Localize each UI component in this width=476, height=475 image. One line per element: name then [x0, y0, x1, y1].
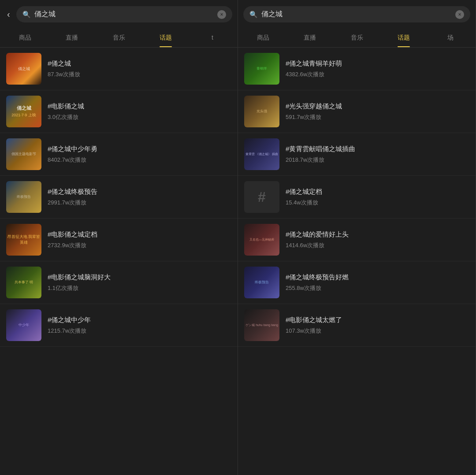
thumb-label: 共本事了 明 — [13, 278, 35, 286]
item-count: 591.7w次播放 — [286, 113, 469, 121]
thumbnail: 终极预告 — [244, 267, 279, 298]
list-item[interactable]: 倡国主题电影节 #俑之城中少年勇 8402.7w次播放 — [0, 133, 238, 176]
item-title: #黄霄雲献唱俑之城插曲 — [286, 145, 469, 153]
left-header: ‹ 🔍 俑之城 × — [0, 0, 238, 29]
left-tab-goods[interactable]: 商品 — [2, 29, 48, 47]
item-title: #电影俑之城太燃了 — [286, 315, 469, 324]
left-panel: ‹ 🔍 俑之城 × 商品 直播 音乐 话题 t 俑之城 #俑之城 87.3w次播… — [0, 0, 238, 475]
search-icon: 🔍 — [22, 11, 31, 19]
item-title: #俑之城定档 — [286, 187, 469, 196]
item-count: 2732.9w次播放 — [48, 241, 231, 249]
item-count: 255.8w次播放 — [286, 284, 469, 292]
thumbnail: 共本事了 明 — [6, 267, 41, 298]
right-tab-more[interactable]: 场 — [427, 29, 474, 47]
right-tab-goods[interactable]: 商品 — [240, 29, 286, 47]
left-tabs: 商品 直播 音乐 话题 t — [0, 29, 238, 48]
item-count: 2991.7w次播放 — [48, 199, 231, 207]
item-info: #电影俑之城太燃了 107.3w次播放 — [286, 315, 469, 335]
left-clear-button[interactable]: × — [217, 10, 226, 19]
left-tab-music[interactable]: 音乐 — [95, 29, 142, 47]
thumbnail: 俑之城 — [6, 53, 41, 85]
list-item[interactable]: 俑之城 #俑之城 87.3w次播放 — [0, 48, 238, 90]
list-item[interactable]: 共本事了 明 #电影俑之城脑洞好大 1.1亿次播放 — [0, 261, 238, 304]
left-search-text: 俑之城 — [34, 10, 214, 19]
thumbnail: 昂首征大地 我辈皆英雄 — [6, 224, 41, 256]
item-info: #俑之城中少年勇 8402.7w次播放 — [48, 145, 231, 164]
right-clear-button[interactable]: × — [455, 10, 464, 19]
item-count: 2018.7w次播放 — [286, 156, 469, 164]
thumbnail: # — [244, 181, 279, 213]
item-title: #俑之城青铜羊好萌 — [286, 59, 469, 68]
list-item[interactable]: 黄霄雲 《俑之城》 插曲 #黄霄雲献唱俑之城插曲 2018.7w次播放 — [238, 133, 476, 176]
left-search-bar[interactable]: 🔍 俑之城 × — [16, 6, 232, 22]
thumb-label: 终极预告 — [15, 193, 33, 201]
item-count: 1414.6w次播放 — [286, 241, 469, 249]
item-info: #俑之城定档 15.4w次播放 — [286, 187, 469, 207]
item-title: #电影俑之城脑洞好大 — [48, 273, 231, 282]
right-tabs: 商品 直播 音乐 话题 场 — [238, 29, 476, 48]
list-item[interactable]: # #俑之城定档 15.4w次播放 — [238, 176, 476, 219]
left-list: 俑之城 #俑之城 87.3w次播放 俑之城 2021·7·9 上映 #电影俑之城… — [0, 48, 238, 475]
right-tab-live[interactable]: 直播 — [286, 29, 333, 47]
thumb-label: 青铜羊 — [255, 65, 269, 73]
list-item[interactable]: 又名也—见神秘师 #俑之城的爱情好上头 1414.6w次播放 — [238, 219, 476, 261]
item-count: 107.3w次播放 — [286, 327, 469, 335]
item-title: #俑之城终极预告 — [48, 187, 231, 196]
thumb-label: 终极预告 — [253, 278, 271, 286]
item-title: #俑之城 — [48, 59, 231, 68]
right-tab-topic[interactable]: 话题 — [380, 29, 427, 47]
thumb-label: 俑之城 — [16, 65, 32, 73]
left-tab-topic[interactable]: 话题 — [142, 29, 189, 47]
thumbnail: 俑之城 2021·7·9 上映 — [6, 96, 41, 127]
thumbnail: 黄霄雲 《俑之城》 插曲 — [244, 138, 279, 170]
item-title: #电影俑之城 — [48, 102, 231, 111]
list-item[interactable]: 中少年 #俑之城中少年 1215.7w次播放 — [0, 304, 238, 347]
item-count: 1.1亿次播放 — [48, 284, 231, 292]
thumbnail: 青铜羊 — [244, 53, 279, 85]
right-search-bar[interactable]: 🔍 俑之城 × — [243, 6, 470, 22]
left-tab-more[interactable]: t — [189, 29, 236, 47]
item-title: #俑之城的爱情好上头 — [286, 230, 469, 239]
list-item[interactable]: 终极预告 #俑之城终极预告好燃 255.8w次播放 — [238, 261, 476, 304]
left-tab-live[interactable]: 直播 — [48, 29, 95, 47]
item-info: #俑之城终极预告好燃 255.8w次播放 — [286, 273, 469, 292]
back-button[interactable]: ‹ — [5, 7, 12, 21]
search-icon-right: 🔍 — [249, 11, 258, 19]
item-count: 1215.7w次播放 — [48, 327, 231, 335]
item-count: 87.3w次播放 — [48, 71, 231, 78]
right-tab-music[interactable]: 音乐 — [333, 29, 380, 47]
thumbnail: 终极预告 — [6, 181, 41, 213]
item-info: #电影俑之城定档 2732.9w次播放 — [48, 230, 231, 249]
item-info: #黄霄雲献唱俑之城插曲 2018.7w次播放 — [286, 145, 469, 164]
item-info: #电影俑之城脑洞好大 1.1亿次播放 — [48, 273, 231, 292]
item-count: 4382.6w次播放 — [286, 71, 469, 78]
list-item[interactable]: 光头强 #光头强穿越俑之城 591.7w次播放 — [238, 90, 476, 133]
item-title: #电影俑之城定档 — [48, 230, 231, 239]
list-item[interactable]: 俑之城 2021·7·9 上映 #电影俑之城 3.0亿次播放 — [0, 90, 238, 133]
item-info: #电影俑之城 3.0亿次播放 — [48, 102, 231, 121]
right-search-text: 俑之城 — [261, 10, 452, 19]
thumbnail: 又名也—见神秘师 — [244, 224, 279, 256]
thumbnail: 光头强 — [244, 96, 279, 127]
thumbnail: 中少年 — [6, 309, 41, 341]
thumbnail: ゲン城 huhu bang bang — [244, 309, 279, 341]
item-info: #俑之城青铜羊好萌 4382.6w次播放 — [286, 59, 469, 78]
item-info: #俑之城中少年 1215.7w次播放 — [48, 315, 231, 335]
thumb-label: 倡国主题电影节 — [10, 150, 38, 158]
item-title: #俑之城终极预告好燃 — [286, 273, 469, 282]
thumbnail: 倡国主题电影节 — [6, 138, 41, 170]
item-count: 8402.7w次播放 — [48, 156, 231, 164]
item-count: 3.0亿次播放 — [48, 113, 231, 121]
list-item[interactable]: 昂首征大地 我辈皆英雄 #电影俑之城定档 2732.9w次播放 — [0, 219, 238, 261]
right-header: 🔍 俑之城 × — [238, 0, 476, 29]
item-info: #俑之城的爱情好上头 1414.6w次播放 — [286, 230, 469, 249]
list-item[interactable]: 终极预告 #俑之城终极预告 2991.7w次播放 — [0, 176, 238, 219]
item-info: #光头强穿越俑之城 591.7w次播放 — [286, 102, 469, 121]
item-count: 15.4w次播放 — [286, 199, 469, 207]
list-item[interactable]: ゲン城 huhu bang bang #电影俑之城太燃了 107.3w次播放 — [238, 304, 476, 347]
item-info: #俑之城终极预告 2991.7w次播放 — [48, 187, 231, 207]
item-info: #俑之城 87.3w次播放 — [48, 59, 231, 78]
list-item[interactable]: 青铜羊 #俑之城青铜羊好萌 4382.6w次播放 — [238, 48, 476, 90]
thumb-label: 中少年 — [17, 321, 31, 329]
item-title: #俑之城中少年勇 — [48, 145, 231, 153]
